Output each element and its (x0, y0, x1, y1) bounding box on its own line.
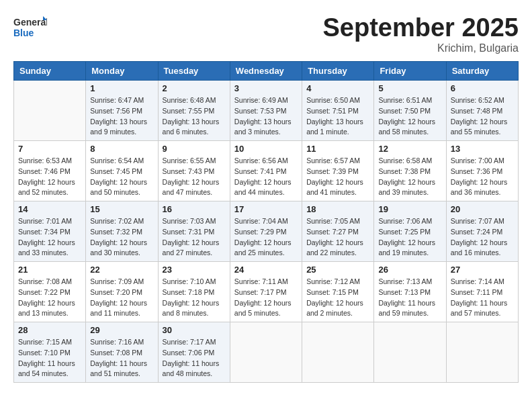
day-info: Sunrise: 6:49 AMSunset: 7:53 PMDaylight:… (234, 95, 298, 138)
day-info: Sunrise: 6:58 AMSunset: 7:38 PMDaylight:… (378, 156, 441, 198)
header: General Blue September 2025 Krichim, Bul… (13, 13, 519, 54)
day-info: Sunrise: 6:54 AMSunset: 7:45 PMDaylight:… (90, 156, 153, 198)
day-number: 21 (18, 265, 81, 275)
col-monday: Monday (86, 62, 158, 81)
calendar-cell: 6 Sunrise: 6:52 AMSunset: 7:48 PMDayligh… (446, 81, 518, 141)
day-info: Sunrise: 7:08 AMSunset: 7:22 PMDaylight:… (18, 277, 81, 319)
day-number: 28 (18, 325, 81, 335)
month-title: September 2025 (323, 13, 519, 42)
day-info: Sunrise: 6:57 AMSunset: 7:39 PMDaylight:… (306, 156, 369, 198)
calendar-cell: 9 Sunrise: 6:55 AMSunset: 7:43 PMDayligh… (158, 141, 230, 201)
day-info: Sunrise: 7:06 AMSunset: 7:25 PMDaylight:… (378, 216, 441, 259)
calendar-cell: 13 Sunrise: 7:00 AMSunset: 7:36 PMDaylig… (446, 141, 518, 201)
svg-text:Blue: Blue (13, 28, 34, 38)
day-info: Sunrise: 7:04 AMSunset: 7:29 PMDaylight:… (234, 216, 298, 259)
week-row-3: 14 Sunrise: 7:01 AMSunset: 7:34 PMDaylig… (14, 201, 519, 262)
calendar-cell: 16 Sunrise: 7:03 AMSunset: 7:31 PMDaylig… (158, 201, 230, 262)
day-info: Sunrise: 6:50 AMSunset: 7:51 PMDaylight:… (306, 95, 369, 138)
calendar-cell: 2 Sunrise: 6:48 AMSunset: 7:55 PMDayligh… (158, 81, 230, 141)
col-sunday: Sunday (14, 62, 86, 81)
day-info: Sunrise: 7:02 AMSunset: 7:32 PMDaylight:… (90, 216, 153, 259)
calendar-cell: 8 Sunrise: 6:54 AMSunset: 7:45 PMDayligh… (86, 141, 158, 201)
week-row-2: 7 Sunrise: 6:53 AMSunset: 7:46 PMDayligh… (14, 141, 519, 201)
day-info: Sunrise: 6:52 AMSunset: 7:48 PMDaylight:… (451, 95, 514, 138)
day-number: 2 (163, 83, 226, 93)
calendar-cell (446, 322, 518, 383)
calendar-cell: 29 Sunrise: 7:16 AMSunset: 7:08 PMDaylig… (86, 322, 158, 383)
calendar-cell: 30 Sunrise: 7:17 AMSunset: 7:06 PMDaylig… (158, 322, 230, 383)
logo: General Blue (13, 13, 47, 40)
calendar-cell: 25 Sunrise: 7:12 AMSunset: 7:15 PMDaylig… (302, 262, 374, 322)
day-number: 7 (18, 144, 81, 154)
day-info: Sunrise: 6:51 AMSunset: 7:50 PMDaylight:… (378, 95, 441, 138)
calendar-cell: 27 Sunrise: 7:14 AMSunset: 7:11 PMDaylig… (446, 262, 518, 322)
day-info: Sunrise: 7:09 AMSunset: 7:20 PMDaylight:… (90, 277, 153, 319)
calendar: Sunday Monday Tuesday Wednesday Thursday… (13, 61, 519, 383)
day-number: 24 (234, 265, 298, 275)
day-number: 30 (163, 325, 226, 335)
col-wednesday: Wednesday (230, 62, 302, 81)
day-info: Sunrise: 7:00 AMSunset: 7:36 PMDaylight:… (451, 156, 514, 198)
calendar-cell: 17 Sunrise: 7:04 AMSunset: 7:29 PMDaylig… (230, 201, 302, 262)
day-number: 10 (234, 144, 298, 154)
day-number: 16 (163, 204, 226, 214)
calendar-cell: 7 Sunrise: 6:53 AMSunset: 7:46 PMDayligh… (14, 141, 86, 201)
day-number: 9 (163, 144, 226, 154)
title-area: September 2025 Krichim, Bulgaria (323, 13, 519, 54)
logo-svg: General Blue (13, 13, 47, 40)
day-number: 8 (90, 144, 153, 154)
day-info: Sunrise: 6:55 AMSunset: 7:43 PMDaylight:… (163, 156, 226, 198)
day-number: 1 (90, 83, 153, 93)
day-info: Sunrise: 7:17 AMSunset: 7:06 PMDaylight:… (163, 337, 226, 379)
calendar-cell: 14 Sunrise: 7:01 AMSunset: 7:34 PMDaylig… (14, 201, 86, 262)
day-info: Sunrise: 7:03 AMSunset: 7:31 PMDaylight:… (163, 216, 226, 259)
day-info: Sunrise: 7:11 AMSunset: 7:17 PMDaylight:… (234, 277, 298, 319)
day-number: 25 (306, 265, 369, 275)
day-number: 11 (306, 144, 369, 154)
svg-text:General: General (13, 17, 47, 28)
day-info: Sunrise: 6:48 AMSunset: 7:55 PMDaylight:… (163, 95, 226, 138)
col-tuesday: Tuesday (158, 62, 230, 81)
calendar-cell: 20 Sunrise: 7:07 AMSunset: 7:24 PMDaylig… (446, 201, 518, 262)
calendar-cell: 5 Sunrise: 6:51 AMSunset: 7:50 PMDayligh… (374, 81, 446, 141)
day-number: 26 (378, 265, 441, 275)
calendar-cell: 28 Sunrise: 7:15 AMSunset: 7:10 PMDaylig… (14, 322, 86, 383)
day-info: Sunrise: 6:53 AMSunset: 7:46 PMDaylight:… (18, 156, 81, 198)
calendar-cell: 26 Sunrise: 7:13 AMSunset: 7:13 PMDaylig… (374, 262, 446, 322)
day-info: Sunrise: 7:01 AMSunset: 7:34 PMDaylight:… (18, 216, 81, 259)
day-info: Sunrise: 7:07 AMSunset: 7:24 PMDaylight:… (451, 216, 514, 259)
col-saturday: Saturday (446, 62, 518, 81)
day-number: 14 (18, 204, 81, 214)
day-info: Sunrise: 7:13 AMSunset: 7:13 PMDaylight:… (378, 277, 441, 319)
calendar-cell: 3 Sunrise: 6:49 AMSunset: 7:53 PMDayligh… (230, 81, 302, 141)
day-number: 18 (306, 204, 369, 214)
day-number: 22 (90, 265, 153, 275)
day-number: 15 (90, 204, 153, 214)
day-number: 5 (378, 83, 441, 93)
day-number: 19 (378, 204, 441, 214)
calendar-cell: 24 Sunrise: 7:11 AMSunset: 7:17 PMDaylig… (230, 262, 302, 322)
day-number: 23 (163, 265, 226, 275)
location: Krichim, Bulgaria (323, 42, 519, 54)
day-number: 27 (451, 265, 514, 275)
day-number: 17 (234, 204, 298, 214)
calendar-cell: 15 Sunrise: 7:02 AMSunset: 7:32 PMDaylig… (86, 201, 158, 262)
calendar-cell: 11 Sunrise: 6:57 AMSunset: 7:39 PMDaylig… (302, 141, 374, 201)
day-number: 13 (451, 144, 514, 154)
week-row-5: 28 Sunrise: 7:15 AMSunset: 7:10 PMDaylig… (14, 322, 519, 383)
calendar-cell: 1 Sunrise: 6:47 AMSunset: 7:56 PMDayligh… (86, 81, 158, 141)
header-row: Sunday Monday Tuesday Wednesday Thursday… (14, 62, 519, 81)
day-number: 12 (378, 144, 441, 154)
day-number: 4 (306, 83, 369, 93)
col-friday: Friday (374, 62, 446, 81)
day-info: Sunrise: 7:14 AMSunset: 7:11 PMDaylight:… (451, 277, 514, 319)
week-row-4: 21 Sunrise: 7:08 AMSunset: 7:22 PMDaylig… (14, 262, 519, 322)
day-info: Sunrise: 7:15 AMSunset: 7:10 PMDaylight:… (18, 337, 81, 379)
day-number: 3 (234, 83, 298, 93)
calendar-cell: 19 Sunrise: 7:06 AMSunset: 7:25 PMDaylig… (374, 201, 446, 262)
calendar-cell (14, 81, 86, 141)
calendar-cell (230, 322, 302, 383)
col-thursday: Thursday (302, 62, 374, 81)
calendar-cell: 12 Sunrise: 6:58 AMSunset: 7:38 PMDaylig… (374, 141, 446, 201)
calendar-cell: 4 Sunrise: 6:50 AMSunset: 7:51 PMDayligh… (302, 81, 374, 141)
